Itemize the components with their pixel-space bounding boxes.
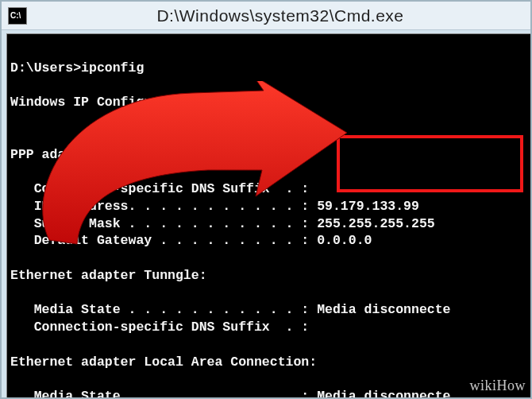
cmd-icon-text: C:\ — [10, 11, 21, 20]
terminal-output[interactable]: D:\Users>ipconfig Windows IP Configurati… — [6, 33, 530, 397]
watermark: wikiHow — [470, 378, 526, 394]
ppp-conn: Connection-specific DNS Suffix . : — [10, 181, 309, 196]
ppp-title: PPP adapter mtnl: — [10, 147, 144, 162]
titlebar[interactable]: C:\ D:\Windows\system32\Cmd.exe — [2, 2, 530, 30]
ppp-gateway: Default Gateway . . . . . . . . . : 0.0.… — [10, 233, 372, 248]
eth1-suffix: Connection-specific DNS Suffix . : — [10, 320, 309, 335]
ppp-subnet: Subnet Mask . . . . . . . . . . . : 255.… — [10, 216, 435, 231]
eth1-title: Ethernet adapter Tunngle: — [10, 268, 207, 283]
eth2-media: Media State . . . . . . . . . . . : Medi… — [10, 389, 451, 397]
window-title: D:\Windows\system32\Cmd.exe — [37, 6, 524, 25]
eth2-title: Ethernet adapter Local Area Connection: — [10, 354, 317, 370]
prompt-line: D:\Users>ipconfig — [10, 60, 144, 76]
ppp-ipv4: IPv4 Address. . . . . . . . . . . : 59.1… — [10, 199, 419, 214]
eth1-media: Media State . . . . . . . . . . . : Medi… — [10, 302, 451, 317]
header-line: Windows IP Configuration — [10, 95, 199, 110]
window-frame: C:\ D:\Windows\system32\Cmd.exe D:\Users… — [0, 0, 532, 399]
cmd-icon[interactable]: C:\ — [8, 7, 27, 25]
